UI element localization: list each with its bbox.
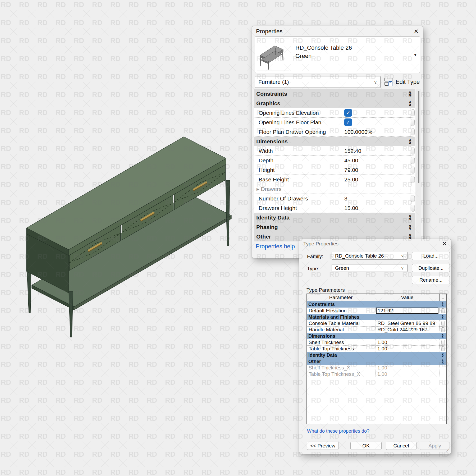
associate-parameter-button[interactable] xyxy=(411,109,415,116)
type-properties-dialog: Type Properties ✕ Family: RD_Console Tab… xyxy=(299,239,451,454)
section-label: Identity Data xyxy=(256,214,290,221)
properties-section-constraints[interactable]: Constraints∨∨ xyxy=(254,89,415,99)
parameter-value[interactable]: 121.92 xyxy=(375,308,440,314)
type-selector-text: RD_Console Table 26 Green xyxy=(291,37,414,73)
property-value[interactable]: 79.00 xyxy=(342,165,410,175)
associate-parameter-button[interactable] xyxy=(411,119,415,126)
associate-parameter-button[interactable] xyxy=(411,195,415,202)
cancel-button[interactable]: Cancel xyxy=(386,442,416,450)
section-label: Phasing xyxy=(256,224,278,230)
property-row-drawers: ▸ Drawers xyxy=(254,184,415,194)
properties-panel: Properties ✕ RD_Console Table 26 Green ▾… xyxy=(252,26,423,258)
edit-type-button[interactable]: Edit Type xyxy=(384,77,420,86)
properties-section-phasing[interactable]: Phasing∨∨ xyxy=(254,222,415,232)
type-section-dimensions[interactable]: Dimensions∧∧ xyxy=(307,333,446,339)
parameter-label: Default Elevation xyxy=(307,308,375,314)
properties-close-icon[interactable]: ✕ xyxy=(414,29,419,34)
associate-parameter-button[interactable] xyxy=(441,346,445,351)
type-section-materials-and-finishes[interactable]: Materials and Finishes∧∧ xyxy=(307,314,446,320)
associate-parameter-cell xyxy=(410,203,415,213)
duplicate-button[interactable]: Duplicate... xyxy=(412,264,450,272)
associate-parameter-button[interactable] xyxy=(441,308,445,313)
associate-parameter-button[interactable] xyxy=(411,176,415,183)
property-row-depth: Depth45.00 xyxy=(254,156,415,165)
property-value[interactable]: 152.40 xyxy=(342,146,410,156)
associate-parameter-button[interactable] xyxy=(411,129,415,135)
property-value[interactable]: 45.00 xyxy=(342,156,410,165)
property-value[interactable]: 100.0000% xyxy=(342,127,410,137)
type-properties-help-link[interactable]: What do these properties do? xyxy=(307,428,369,434)
scrollbar-thumb[interactable] xyxy=(418,91,419,183)
property-value[interactable]: 15.00 xyxy=(342,203,410,213)
properties-section-graphics[interactable]: Graphics∧∧ xyxy=(254,99,415,108)
property-row-width: Width152.40 xyxy=(254,146,415,156)
associate-parameter-cell xyxy=(410,108,415,118)
type-label: Type: xyxy=(307,266,319,272)
associate-parameter-button[interactable] xyxy=(411,205,415,212)
associate-parameter-button[interactable] xyxy=(411,148,415,154)
section-label: Other xyxy=(308,359,321,364)
type-param-row-shelf-thickness-x: Shelf Thickness_X1.00 xyxy=(307,365,446,371)
type-combobox[interactable]: Green ∨ xyxy=(332,264,408,272)
associate-parameter-button[interactable] xyxy=(441,327,445,332)
properties-section-dimensions[interactable]: Dimensions∧∧ xyxy=(254,137,415,146)
associate-parameter-button[interactable] xyxy=(441,321,445,326)
properties-help-link[interactable]: Properties help xyxy=(256,243,295,250)
type-selector-dropdown-icon[interactable]: ▾ xyxy=(414,52,416,58)
property-value[interactable]: 25.00 xyxy=(342,175,410,184)
section-label: Materials and Finishes xyxy=(308,314,359,320)
type-section-other[interactable]: Other∧∧ xyxy=(307,358,446,365)
value-edit-input[interactable]: 121.92 xyxy=(376,308,438,314)
type-section-constraints[interactable]: Constraints∧∧ xyxy=(307,301,446,308)
parameter-label: Shelf Thickness_X xyxy=(307,365,375,371)
associate-parameter-cell xyxy=(440,365,446,371)
parameter-value[interactable]: RD_Gold 244 229 167 xyxy=(375,327,440,333)
expand-chevrons-icon: ∨∨ xyxy=(409,234,412,239)
chevron-down-icon: ∨ xyxy=(374,79,377,85)
value-column-header: Value xyxy=(375,294,440,301)
preview-button[interactable]: << Preview xyxy=(307,442,339,450)
selection-filter-combobox[interactable]: Furniture (1) ∨ xyxy=(255,76,381,88)
load-button[interactable]: Load... xyxy=(412,252,450,260)
type-param-row-shelf-thickness: Shelf Thickness1.00 xyxy=(307,339,446,346)
section-label: Other xyxy=(256,234,271,240)
checkbox-checked-icon[interactable]: ✓ xyxy=(344,109,352,117)
family-combobox[interactable]: RD_Console Table 26 ∨ xyxy=(332,252,408,260)
property-value[interactable] xyxy=(342,184,410,194)
edit-type-icon xyxy=(384,77,393,86)
type-row: Type: xyxy=(307,266,319,272)
ok-button[interactable]: OK xyxy=(350,442,382,450)
console-table-3d-render[interactable] xyxy=(15,112,234,348)
property-value[interactable]: ✓ xyxy=(342,118,410,127)
collapse-chevrons-icon: ∧∧ xyxy=(409,139,412,144)
checkbox-checked-icon[interactable]: ✓ xyxy=(344,118,352,126)
associate-parameter-button[interactable] xyxy=(441,340,445,345)
property-value[interactable]: ✓ xyxy=(342,108,410,118)
type-section-identity-data[interactable]: Identity Data∨∨ xyxy=(307,352,446,358)
properties-section-identity-data[interactable]: Identity Data∨∨ xyxy=(254,213,415,222)
rename-button[interactable]: Rename... xyxy=(412,276,450,284)
properties-titlebar: Properties ✕ xyxy=(252,26,423,36)
associate-parameter-cell xyxy=(410,165,415,175)
resize-grip[interactable]: ⋰ xyxy=(446,448,450,452)
properties-scrollbar[interactable] xyxy=(416,89,421,241)
parameter-value[interactable]: 1.00 xyxy=(375,339,440,346)
parameter-value: 1.00 xyxy=(375,371,440,377)
property-value[interactable]: 3 xyxy=(342,194,410,203)
associate-parameter-button[interactable] xyxy=(411,157,415,164)
parameter-value[interactable]: RD_Steel Green 86 99 89 xyxy=(375,320,440,327)
associate-parameter-cell xyxy=(410,156,415,165)
family-label: Family: xyxy=(307,254,323,259)
associate-parameter-cell xyxy=(410,127,415,137)
associate-parameter-cell xyxy=(440,327,446,333)
collapse-chevrons-icon: ∧∧ xyxy=(441,359,444,364)
selection-filter-row: Furniture (1) ∨ Edit Type xyxy=(255,76,420,88)
console-table-geometry xyxy=(26,137,231,337)
apply-button: Apply xyxy=(420,442,450,450)
parameter-value[interactable]: 1.00 xyxy=(375,346,440,352)
type-param-row-table-top-thickness-x: Table Top Thickness_X1.00 xyxy=(307,371,446,377)
type-selector[interactable]: RD_Console Table 26 Green ▾ xyxy=(255,36,420,73)
type-properties-close-icon[interactable]: ✕ xyxy=(442,241,447,247)
associate-parameter-button[interactable] xyxy=(411,167,415,173)
property-row-floor-plan-drawer-opening: Floor Plan Drawer Opening100.0000% xyxy=(254,127,415,137)
